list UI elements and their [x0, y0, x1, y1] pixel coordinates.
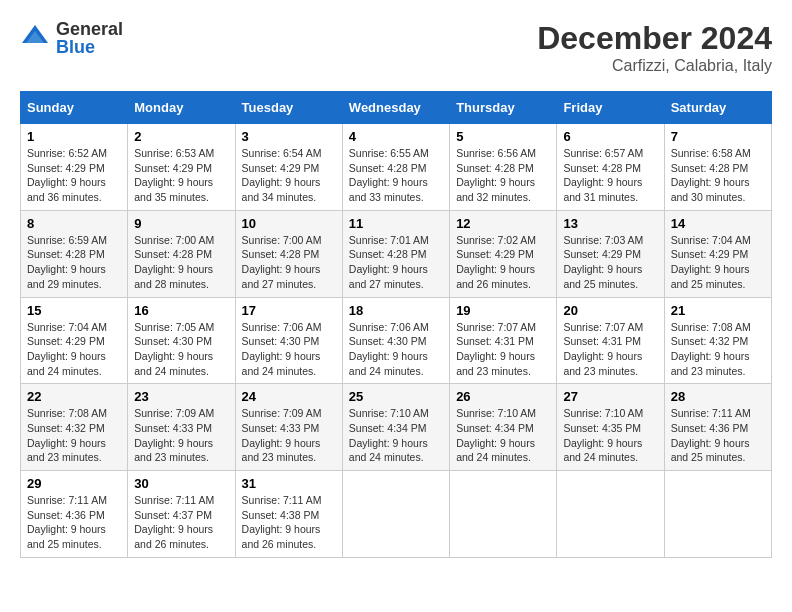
logo-blue-label: Blue: [56, 38, 123, 56]
day-number: 28: [671, 389, 765, 404]
calendar-cell: 15 Sunrise: 7:04 AMSunset: 4:29 PMDaylig…: [21, 297, 128, 384]
calendar-cell: 31 Sunrise: 7:11 AMSunset: 4:38 PMDaylig…: [235, 471, 342, 558]
day-number: 4: [349, 129, 443, 144]
logo-general-label: General: [56, 20, 123, 38]
calendar-cell: 30 Sunrise: 7:11 AMSunset: 4:37 PMDaylig…: [128, 471, 235, 558]
day-number: 26: [456, 389, 550, 404]
calendar-cell: 3 Sunrise: 6:54 AMSunset: 4:29 PMDayligh…: [235, 124, 342, 211]
calendar-cell: [342, 471, 449, 558]
calendar-cell: [557, 471, 664, 558]
day-info: Sunrise: 6:57 AMSunset: 4:28 PMDaylight:…: [563, 147, 643, 203]
calendar-cell: 4 Sunrise: 6:55 AMSunset: 4:28 PMDayligh…: [342, 124, 449, 211]
day-info: Sunrise: 7:11 AMSunset: 4:36 PMDaylight:…: [671, 407, 751, 463]
weekday-header-sunday: Sunday: [21, 92, 128, 124]
day-info: Sunrise: 7:00 AMSunset: 4:28 PMDaylight:…: [134, 234, 214, 290]
calendar-cell: 20 Sunrise: 7:07 AMSunset: 4:31 PMDaylig…: [557, 297, 664, 384]
calendar-cell: 12 Sunrise: 7:02 AMSunset: 4:29 PMDaylig…: [450, 210, 557, 297]
calendar-table: SundayMondayTuesdayWednesdayThursdayFrid…: [20, 91, 772, 558]
day-info: Sunrise: 7:11 AMSunset: 4:38 PMDaylight:…: [242, 494, 322, 550]
day-info: Sunrise: 6:53 AMSunset: 4:29 PMDaylight:…: [134, 147, 214, 203]
calendar-cell: 23 Sunrise: 7:09 AMSunset: 4:33 PMDaylig…: [128, 384, 235, 471]
calendar-cell: 14 Sunrise: 7:04 AMSunset: 4:29 PMDaylig…: [664, 210, 771, 297]
day-info: Sunrise: 7:08 AMSunset: 4:32 PMDaylight:…: [671, 321, 751, 377]
day-info: Sunrise: 6:59 AMSunset: 4:28 PMDaylight:…: [27, 234, 107, 290]
day-number: 8: [27, 216, 121, 231]
day-info: Sunrise: 7:10 AMSunset: 4:35 PMDaylight:…: [563, 407, 643, 463]
day-number: 22: [27, 389, 121, 404]
day-number: 25: [349, 389, 443, 404]
day-number: 1: [27, 129, 121, 144]
day-number: 13: [563, 216, 657, 231]
month-title: December 2024: [537, 20, 772, 57]
day-number: 15: [27, 303, 121, 318]
day-info: Sunrise: 7:07 AMSunset: 4:31 PMDaylight:…: [563, 321, 643, 377]
logo-icon: [20, 23, 50, 53]
calendar-cell: 16 Sunrise: 7:05 AMSunset: 4:30 PMDaylig…: [128, 297, 235, 384]
title-area: December 2024 Carfizzi, Calabria, Italy: [537, 20, 772, 75]
calendar-week-row: 8 Sunrise: 6:59 AMSunset: 4:28 PMDayligh…: [21, 210, 772, 297]
calendar-cell: 5 Sunrise: 6:56 AMSunset: 4:28 PMDayligh…: [450, 124, 557, 211]
day-info: Sunrise: 6:55 AMSunset: 4:28 PMDaylight:…: [349, 147, 429, 203]
calendar-cell: 6 Sunrise: 6:57 AMSunset: 4:28 PMDayligh…: [557, 124, 664, 211]
header: General Blue December 2024 Carfizzi, Cal…: [20, 20, 772, 75]
calendar-cell: 7 Sunrise: 6:58 AMSunset: 4:28 PMDayligh…: [664, 124, 771, 211]
day-number: 3: [242, 129, 336, 144]
day-number: 10: [242, 216, 336, 231]
day-number: 17: [242, 303, 336, 318]
day-number: 20: [563, 303, 657, 318]
day-info: Sunrise: 7:09 AMSunset: 4:33 PMDaylight:…: [134, 407, 214, 463]
day-number: 9: [134, 216, 228, 231]
day-number: 31: [242, 476, 336, 491]
calendar-cell: 24 Sunrise: 7:09 AMSunset: 4:33 PMDaylig…: [235, 384, 342, 471]
location-subtitle: Carfizzi, Calabria, Italy: [537, 57, 772, 75]
weekday-header-tuesday: Tuesday: [235, 92, 342, 124]
calendar-cell: 13 Sunrise: 7:03 AMSunset: 4:29 PMDaylig…: [557, 210, 664, 297]
calendar-cell: 8 Sunrise: 6:59 AMSunset: 4:28 PMDayligh…: [21, 210, 128, 297]
day-info: Sunrise: 7:04 AMSunset: 4:29 PMDaylight:…: [27, 321, 107, 377]
day-number: 6: [563, 129, 657, 144]
weekday-header-wednesday: Wednesday: [342, 92, 449, 124]
weekday-header-friday: Friday: [557, 92, 664, 124]
day-info: Sunrise: 7:07 AMSunset: 4:31 PMDaylight:…: [456, 321, 536, 377]
day-info: Sunrise: 6:58 AMSunset: 4:28 PMDaylight:…: [671, 147, 751, 203]
calendar-week-row: 22 Sunrise: 7:08 AMSunset: 4:32 PMDaylig…: [21, 384, 772, 471]
day-info: Sunrise: 7:03 AMSunset: 4:29 PMDaylight:…: [563, 234, 643, 290]
day-number: 16: [134, 303, 228, 318]
day-number: 12: [456, 216, 550, 231]
day-number: 23: [134, 389, 228, 404]
calendar-cell: 28 Sunrise: 7:11 AMSunset: 4:36 PMDaylig…: [664, 384, 771, 471]
day-info: Sunrise: 7:09 AMSunset: 4:33 PMDaylight:…: [242, 407, 322, 463]
day-info: Sunrise: 7:10 AMSunset: 4:34 PMDaylight:…: [349, 407, 429, 463]
day-info: Sunrise: 6:56 AMSunset: 4:28 PMDaylight:…: [456, 147, 536, 203]
day-number: 24: [242, 389, 336, 404]
calendar-cell: 18 Sunrise: 7:06 AMSunset: 4:30 PMDaylig…: [342, 297, 449, 384]
calendar-cell: 9 Sunrise: 7:00 AMSunset: 4:28 PMDayligh…: [128, 210, 235, 297]
calendar-week-row: 15 Sunrise: 7:04 AMSunset: 4:29 PMDaylig…: [21, 297, 772, 384]
day-number: 30: [134, 476, 228, 491]
day-number: 5: [456, 129, 550, 144]
day-number: 21: [671, 303, 765, 318]
day-number: 18: [349, 303, 443, 318]
calendar-cell: 25 Sunrise: 7:10 AMSunset: 4:34 PMDaylig…: [342, 384, 449, 471]
weekday-header-thursday: Thursday: [450, 92, 557, 124]
day-info: Sunrise: 6:52 AMSunset: 4:29 PMDaylight:…: [27, 147, 107, 203]
calendar-cell: 10 Sunrise: 7:00 AMSunset: 4:28 PMDaylig…: [235, 210, 342, 297]
day-info: Sunrise: 7:05 AMSunset: 4:30 PMDaylight:…: [134, 321, 214, 377]
day-info: Sunrise: 7:04 AMSunset: 4:29 PMDaylight:…: [671, 234, 751, 290]
calendar-cell: [664, 471, 771, 558]
day-number: 7: [671, 129, 765, 144]
day-info: Sunrise: 7:06 AMSunset: 4:30 PMDaylight:…: [242, 321, 322, 377]
day-info: Sunrise: 6:54 AMSunset: 4:29 PMDaylight:…: [242, 147, 322, 203]
day-number: 11: [349, 216, 443, 231]
calendar-header-row: SundayMondayTuesdayWednesdayThursdayFrid…: [21, 92, 772, 124]
calendar-cell: 29 Sunrise: 7:11 AMSunset: 4:36 PMDaylig…: [21, 471, 128, 558]
calendar-cell: 17 Sunrise: 7:06 AMSunset: 4:30 PMDaylig…: [235, 297, 342, 384]
day-info: Sunrise: 7:11 AMSunset: 4:36 PMDaylight:…: [27, 494, 107, 550]
calendar-cell: 19 Sunrise: 7:07 AMSunset: 4:31 PMDaylig…: [450, 297, 557, 384]
calendar-cell: 22 Sunrise: 7:08 AMSunset: 4:32 PMDaylig…: [21, 384, 128, 471]
day-info: Sunrise: 7:01 AMSunset: 4:28 PMDaylight:…: [349, 234, 429, 290]
calendar-cell: 21 Sunrise: 7:08 AMSunset: 4:32 PMDaylig…: [664, 297, 771, 384]
calendar-cell: 11 Sunrise: 7:01 AMSunset: 4:28 PMDaylig…: [342, 210, 449, 297]
logo: General Blue: [20, 20, 123, 56]
day-number: 2: [134, 129, 228, 144]
